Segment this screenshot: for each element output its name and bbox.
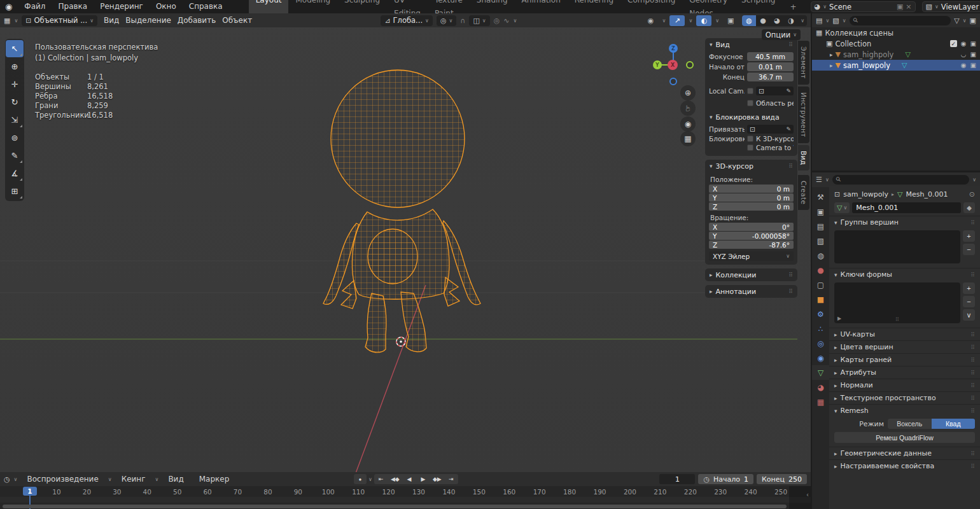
cursor-panel-header[interactable]: ▾ 3D-курсор ⠿ xyxy=(705,160,797,172)
remove-vertex-group-button[interactable]: − xyxy=(963,244,975,255)
tab-element[interactable]: Элемент xyxy=(798,41,809,85)
menu-item[interactable]: Рендеринг xyxy=(94,0,149,13)
properties-tab-material[interactable]: ◕ xyxy=(812,380,829,394)
eyedropper-icon[interactable]: ✎ xyxy=(786,126,791,132)
quadriflow-remesh-button[interactable]: Ремеш QuadriFlow xyxy=(834,432,975,443)
local-camera-field[interactable]: ⊡✎ xyxy=(756,87,794,95)
cursor-location-field[interactable]: Y0 m xyxy=(709,193,794,202)
lock-to-object-field[interactable]: ⊡✎ xyxy=(747,125,794,134)
mesh-data-selector[interactable]: ▽ ∨ xyxy=(834,202,850,213)
add-vertex-group-button[interactable]: + xyxy=(963,230,975,242)
render-visibility-icon[interactable]: ▣ xyxy=(970,62,976,69)
camera-view-button[interactable]: ◉ xyxy=(680,116,696,132)
drag-grip-icon[interactable]: ⠿ xyxy=(788,163,793,169)
prev-keyframe-button[interactable]: ◀◆ xyxy=(388,474,402,484)
drag-grip-icon[interactable]: ⠿ xyxy=(788,272,793,278)
copy-scene-icon[interactable]: ▣ xyxy=(897,3,903,10)
section-face-maps[interactable]: ▸Карты граней ⠿ xyxy=(829,353,980,366)
viewlayer-selector[interactable]: ▧ ∨ ViewLayer ▣ × xyxy=(922,1,980,12)
region-collapse-icon[interactable]: ‹ xyxy=(806,491,809,498)
viewport-menu-item[interactable]: Выделение xyxy=(123,16,173,25)
annotations-panel-header[interactable]: ▸ Аннотации ⠿ xyxy=(705,285,797,298)
menu-item[interactable]: Файл xyxy=(18,0,51,13)
tab-tool[interactable]: Инструмент xyxy=(798,87,809,143)
xray-toggle[interactable]: ▣ xyxy=(723,15,738,26)
properties-tab-collection[interactable]: ▢ xyxy=(812,277,829,292)
scene-selector[interactable]: ◕ ∨ Scene ▣ × xyxy=(811,1,916,12)
pivot-point-selector[interactable]: ◎ ∨ xyxy=(437,15,456,26)
snap-target-selector[interactable]: ◫ ∨ xyxy=(469,15,489,26)
current-frame-field[interactable]: 1 xyxy=(659,474,695,484)
frame-start-field[interactable]: ◷ Начало 1 xyxy=(698,474,753,484)
properties-tab-constraints[interactable]: ◉ xyxy=(812,351,829,365)
object-row-lowpoly[interactable]: ▸ ▼ sam_lowpoly ▽ ◉ ▣ xyxy=(812,60,980,71)
view-menu[interactable]: Вид xyxy=(162,473,189,486)
rotation-order-dropdown[interactable]: XYZ Эйлер ∨ xyxy=(709,251,794,261)
collections-panel-header[interactable]: ▸ Коллекции ⠿ xyxy=(705,268,797,281)
collection-checkbox[interactable]: ✓ xyxy=(950,40,957,47)
local-camera-checkbox[interactable] xyxy=(747,88,753,94)
close-icon[interactable]: × xyxy=(906,3,911,10)
gizmos-toggle[interactable]: ↗ xyxy=(669,15,685,26)
cursor-rotation-field[interactable]: Z-87.6° xyxy=(709,241,794,249)
shape-keys-header[interactable]: ▾Ключи формы ⠿ xyxy=(829,268,980,281)
keying-menu[interactable]: Кеинг xyxy=(116,473,151,486)
cursor-location-field[interactable]: Z0 m xyxy=(709,202,794,211)
properties-tab-scene[interactable]: ◍ xyxy=(812,248,829,263)
remesh-header[interactable]: ▾Remesh ⠿ xyxy=(829,404,980,417)
section-normals[interactable]: ▸Нормали ⠿ xyxy=(829,379,980,391)
pan-button[interactable]: ☞ xyxy=(680,101,696,116)
lock-to-cursor-checkbox[interactable] xyxy=(747,136,753,142)
snap-magnet-icon[interactable]: ∩ xyxy=(460,17,465,24)
tool-rotate[interactable]: ↻ xyxy=(6,94,24,111)
tool-cursor[interactable]: ⊕ xyxy=(6,58,24,75)
mesh-name-field[interactable]: Mesh_0.001 xyxy=(852,202,961,213)
view-lock-header[interactable]: ▾ Блокировка вида xyxy=(705,111,797,123)
view-panel-header[interactable]: ▾ Вид ⠿ xyxy=(705,38,797,51)
properties-tab-object[interactable]: ■ xyxy=(812,292,829,307)
proportional-falloff-icon[interactable]: ∿ xyxy=(503,17,509,24)
properties-tab-tool[interactable]: ⚒ xyxy=(812,190,829,204)
frame-strip[interactable] xyxy=(0,497,811,503)
record-button[interactable]: ● xyxy=(354,474,367,484)
vertex-groups-header[interactable]: ▾Группы вершин ⠿ xyxy=(829,216,980,228)
timeline-editor-icon[interactable]: ◷ xyxy=(4,476,10,483)
render-region-checkbox[interactable] xyxy=(747,100,753,106)
drag-grip-icon[interactable]: ⠿ xyxy=(788,41,793,48)
fake-user-shield-button[interactable]: ◆ xyxy=(963,202,975,213)
properties-search-input[interactable]: ⚲ xyxy=(832,175,969,185)
clip-end-field[interactable]: 36.7 m xyxy=(747,73,794,81)
marker-menu[interactable]: Маркер xyxy=(193,473,235,486)
section-texture-space[interactable]: ▸Текстурное пространство ⠿ xyxy=(829,391,980,404)
tab-view[interactable]: Вид xyxy=(798,145,809,171)
tool-annotate[interactable]: ✎ xyxy=(6,147,24,164)
camera-to-view-checkbox[interactable] xyxy=(747,144,753,151)
collection-row[interactable]: ▣ Collection ✓ ◉ ▣ xyxy=(812,38,980,49)
frame-end-field[interactable]: Конец 250 xyxy=(757,474,807,484)
play-button[interactable]: ▶ xyxy=(416,474,430,484)
playback-menu[interactable]: Воспроизведение xyxy=(21,473,104,486)
eye-icon[interactable]: ◉ xyxy=(961,62,967,69)
options-dropdown[interactable]: Опции ∨ xyxy=(762,29,801,40)
viewport-3d[interactable]: ▦ ∨ ⊡ Объектный ... ∨ ВидВыделениеДобави… xyxy=(0,13,811,472)
object-row-highpoly[interactable]: ▸ ▼ sam_highpoly ▽ ◡ ▣ xyxy=(812,49,980,60)
breadcrumb-data[interactable]: Mesh_0.001 xyxy=(906,190,948,199)
expand-icon[interactable]: ▸ xyxy=(830,62,833,69)
cursor-rotation-field[interactable]: Y-0.000058° xyxy=(709,232,794,240)
shading-solid-button[interactable]: ● xyxy=(756,15,770,26)
resize-grip-icon[interactable]: ⠿ xyxy=(895,317,899,323)
remesh-voxel-button[interactable]: Воксель xyxy=(888,419,932,429)
viewport-menu-item[interactable]: Добавить xyxy=(175,16,218,25)
focal-length-field[interactable]: 40.5 mm xyxy=(747,52,794,61)
navigation-gizmo[interactable]: Z Y X xyxy=(649,39,700,92)
new-collection-icon[interactable]: ▣ xyxy=(970,17,976,24)
next-keyframe-button[interactable]: ◆▶ xyxy=(430,474,444,484)
jump-to-end-button[interactable]: ⇥ xyxy=(444,474,458,484)
mode-selector[interactable]: ⊡ Объектный ... ∨ xyxy=(22,15,97,26)
add-workspace-button[interactable]: + xyxy=(785,3,801,11)
render-visibility-icon[interactable]: ▣ xyxy=(970,40,976,47)
shape-keys-list[interactable]: ▶ ⠿ xyxy=(834,282,960,323)
section-geometry-data[interactable]: ▸Геометрические данные ⠿ xyxy=(829,447,980,459)
properties-editor-icon[interactable]: ☰ xyxy=(816,176,822,183)
tab-create[interactable]: Create xyxy=(798,175,809,210)
